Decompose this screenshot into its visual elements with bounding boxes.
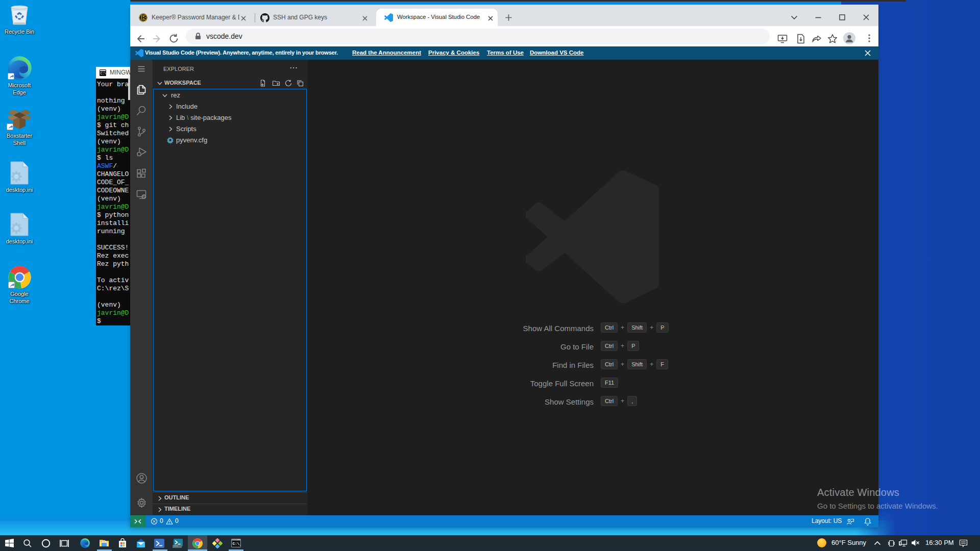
svg-text:C:\: C:\: [101, 72, 107, 76]
svg-text:C:\_: C:\_: [232, 542, 241, 546]
